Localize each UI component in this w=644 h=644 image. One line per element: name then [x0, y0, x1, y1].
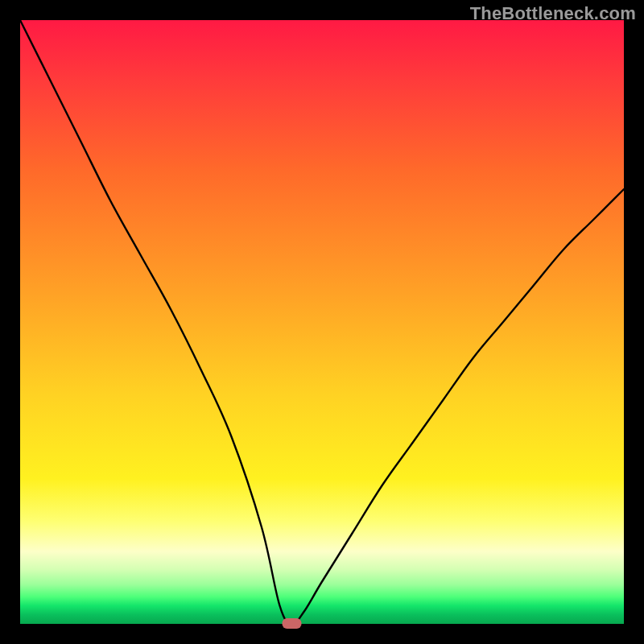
bottleneck-curve	[20, 20, 624, 624]
min-marker	[283, 618, 302, 629]
chart-svg	[20, 20, 624, 624]
chart-frame: TheBottleneck.com	[0, 0, 644, 644]
plot-area	[20, 20, 624, 624]
